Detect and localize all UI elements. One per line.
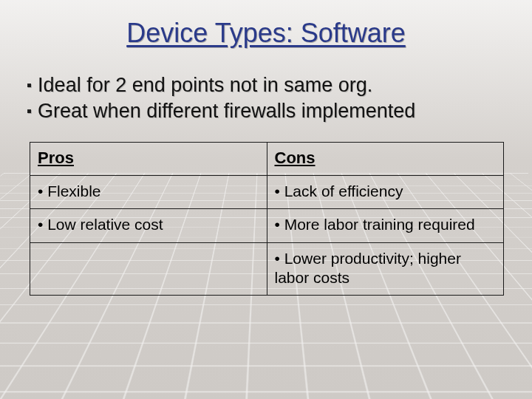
bullet-item: ▪ Great when different firewalls impleme…	[27, 100, 510, 123]
bullet-text: Ideal for 2 end points not in same org.	[38, 74, 372, 97]
bullet-item: ▪ Ideal for 2 end points not in same org…	[27, 74, 510, 97]
pro-cell-empty	[30, 242, 267, 296]
table-row: • Lower productivity; higher labor costs	[30, 242, 504, 296]
table-row: • Flexible • Lack of efficiency	[30, 176, 504, 209]
slide-content: Device Types: Software ▪ Ideal for 2 end…	[0, 0, 532, 310]
cons-header: Cons	[267, 143, 504, 176]
bullet-text: Great when different firewalls implement…	[38, 100, 415, 123]
con-cell: • Lack of efficiency	[267, 176, 504, 209]
square-bullet-icon: ▪	[27, 74, 32, 96]
pro-cell: • Flexible	[30, 176, 267, 209]
slide-title: Device Types: Software	[22, 18, 510, 49]
table-row: • Low relative cost • More labor trainin…	[30, 209, 504, 242]
pros-cons-table: Pros Cons • Flexible • Lack of efficienc…	[30, 142, 504, 296]
con-cell: • More labor training required	[267, 209, 504, 242]
bullet-list: ▪ Ideal for 2 end points not in same org…	[27, 74, 510, 123]
pros-header: Pros	[30, 143, 267, 176]
pro-cell: • Low relative cost	[30, 209, 267, 242]
square-bullet-icon: ▪	[27, 100, 32, 122]
con-cell: • Lower productivity; higher labor costs	[267, 242, 504, 296]
table-header-row: Pros Cons	[30, 143, 504, 176]
